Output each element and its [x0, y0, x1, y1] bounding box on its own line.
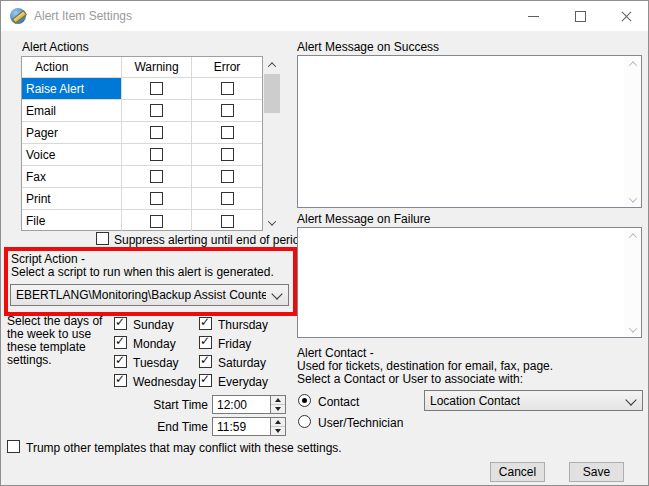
table-scrollbar[interactable]: [263, 56, 281, 231]
warning-checkbox[interactable]: [150, 104, 163, 117]
scroll-up-icon[interactable]: [624, 56, 641, 71]
spin-down-icon[interactable]: [271, 427, 285, 436]
spin-up-icon[interactable]: [271, 396, 285, 405]
failure-message-textarea[interactable]: [297, 227, 642, 338]
action-cell[interactable]: Pager: [22, 122, 122, 143]
suppress-alerting-checkbox[interactable]: [96, 232, 109, 245]
script-dropdown-value: EBERTLANG\Monitoring\Backup Assist Count…: [16, 288, 266, 302]
action-cell[interactable]: Print: [22, 188, 122, 209]
wednesday-label: Wednesday: [133, 375, 196, 389]
error-checkbox[interactable]: [221, 170, 234, 183]
suppress-alerting-label: Suppress alerting until end of period: [114, 233, 306, 247]
maximize-icon: [575, 11, 586, 22]
error-checkbox[interactable]: [221, 148, 234, 161]
end-time-spinner: [270, 418, 285, 435]
app-icon: [10, 8, 26, 24]
everyday-label: Everyday: [218, 375, 268, 389]
tuesday-checkbox[interactable]: [114, 355, 127, 368]
warning-checkbox[interactable]: [150, 126, 163, 139]
action-cell[interactable]: Email: [22, 100, 122, 121]
warning-checkbox[interactable]: [150, 215, 163, 228]
end-time-value: 11:59: [217, 420, 246, 434]
table-row[interactable]: Raise Alert: [22, 78, 262, 100]
chevron-down-icon: [271, 288, 282, 299]
friday-label: Friday: [218, 337, 251, 351]
close-icon: [620, 10, 633, 23]
success-message-label: Alert Message on Success: [297, 40, 439, 54]
save-button[interactable]: Save: [569, 462, 624, 482]
table-row[interactable]: Print: [22, 188, 262, 210]
chevron-down-icon: [625, 394, 636, 405]
action-cell[interactable]: Raise Alert: [22, 78, 122, 99]
spin-down-icon[interactable]: [271, 405, 285, 414]
saturday-checkbox[interactable]: [199, 355, 212, 368]
error-checkbox[interactable]: [221, 104, 234, 117]
alert-actions-table: Action Warning Error Raise Alert Email P…: [21, 56, 263, 231]
wednesday-checkbox[interactable]: [114, 374, 127, 387]
table-row[interactable]: Fax: [22, 166, 262, 188]
table-row[interactable]: Email: [22, 100, 262, 122]
scroll-down-icon[interactable]: [263, 214, 281, 231]
end-time-input[interactable]: 11:59: [212, 417, 286, 436]
action-cell[interactable]: Voice: [22, 144, 122, 165]
textarea-scrollbar[interactable]: [624, 228, 641, 337]
end-time-label: End Time: [121, 420, 208, 434]
contact-radio[interactable]: [298, 394, 311, 407]
minimize-button[interactable]: [514, 1, 552, 31]
scroll-up-icon[interactable]: [624, 228, 641, 243]
user-technician-radio[interactable]: [298, 415, 311, 428]
scroll-down-icon[interactable]: [624, 192, 641, 207]
column-header-error: Error: [192, 57, 262, 77]
days-description: Select the days of the week to use these…: [7, 315, 117, 367]
thursday-label: Thursday: [218, 318, 268, 332]
column-header-warning: Warning: [122, 57, 192, 77]
sunday-checkbox[interactable]: [114, 317, 127, 330]
table-header: Action Warning Error: [22, 57, 262, 78]
error-checkbox[interactable]: [221, 215, 234, 228]
table-row[interactable]: File: [22, 210, 262, 232]
friday-checkbox[interactable]: [199, 336, 212, 349]
table-row[interactable]: Pager: [22, 122, 262, 144]
sunday-label: Sunday: [133, 318, 174, 332]
trump-templates-label: Trump other templates that may conflict …: [26, 441, 342, 455]
warning-checkbox[interactable]: [150, 148, 163, 161]
close-button[interactable]: [607, 1, 645, 31]
contact-dropdown-value: Location Contact: [430, 394, 520, 408]
scroll-up-icon[interactable]: [263, 56, 281, 73]
user-technician-radio-label: User/Technician: [318, 416, 403, 430]
table-row[interactable]: Voice: [22, 144, 262, 166]
alert-actions-label: Alert Actions: [22, 40, 89, 54]
script-dropdown[interactable]: EBERTLANG\Monitoring\Backup Assist Count…: [10, 284, 289, 306]
start-time-spinner: [270, 396, 285, 413]
spin-up-icon[interactable]: [271, 418, 285, 427]
success-message-textarea[interactable]: [297, 55, 642, 208]
action-cell[interactable]: Fax: [22, 166, 122, 187]
start-time-input[interactable]: 12:00: [212, 395, 286, 414]
alert-contact-line3: Select a Contact or User to associate wi…: [297, 372, 523, 386]
error-checkbox[interactable]: [221, 82, 234, 95]
trump-templates-checkbox[interactable]: [7, 440, 20, 453]
maximize-button[interactable]: [561, 1, 599, 31]
thursday-checkbox[interactable]: [199, 317, 212, 330]
saturday-label: Saturday: [218, 356, 266, 370]
contact-dropdown[interactable]: Location Contact: [424, 390, 643, 411]
textarea-scrollbar[interactable]: [624, 56, 641, 207]
cancel-button[interactable]: Cancel: [490, 462, 545, 482]
warning-checkbox[interactable]: [150, 170, 163, 183]
monday-checkbox[interactable]: [114, 336, 127, 349]
action-cell[interactable]: File: [22, 210, 122, 232]
scroll-down-icon[interactable]: [624, 322, 641, 337]
warning-checkbox[interactable]: [150, 82, 163, 95]
contact-radio-label: Contact: [318, 395, 359, 409]
error-checkbox[interactable]: [221, 126, 234, 139]
warning-checkbox[interactable]: [150, 192, 163, 205]
script-action-description: Select a script to run when this alert i…: [11, 265, 274, 279]
window-title: Alert Item Settings: [34, 9, 132, 23]
title-bar: Alert Item Settings: [1, 1, 648, 31]
error-checkbox[interactable]: [221, 192, 234, 205]
alert-contact-line2: Used for tickets, destination for email,…: [297, 359, 553, 373]
monday-label: Monday: [133, 337, 176, 351]
everyday-checkbox[interactable]: [199, 374, 212, 387]
alert-contact-title: Alert Contact -: [297, 346, 374, 360]
scrollbar-thumb[interactable]: [264, 74, 280, 113]
